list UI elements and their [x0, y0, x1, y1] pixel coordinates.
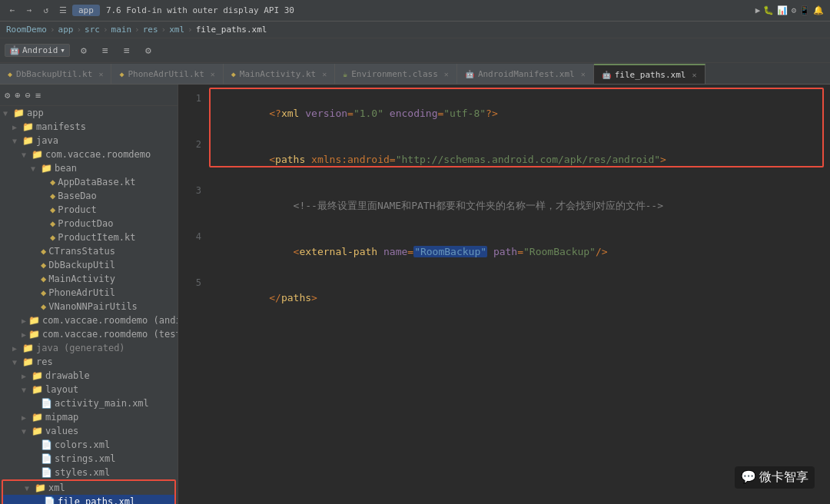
sidebar-item-colors[interactable]: 📄 colors.xml — [0, 438, 178, 452]
title-bar-right: ▶ 🐛 📊 ⚙ 📱 🔔 — [755, 5, 824, 15]
android-icon: 🤖 — [9, 45, 20, 55]
sidebar-label-strings: strings.xml — [55, 453, 115, 464]
device-icon[interactable]: 📱 — [799, 5, 810, 15]
sidebar-expand-icon[interactable]: ⊕ — [15, 90, 20, 101]
sidebar-item-product[interactable]: ◆ Product — [0, 203, 178, 217]
kt-ctrans-icon: ◆ — [41, 246, 46, 257]
sidebar-item-productdao[interactable]: ◆ ProductDao — [0, 217, 178, 230]
breadcrumb-src[interactable]: src — [85, 25, 100, 35]
sidebar-label-styles: styles.xml — [55, 467, 110, 478]
app-label[interactable]: app — [72, 5, 100, 16]
line-content-2: <paths xmlns:android="http://schemas.and… — [209, 137, 830, 183]
sidebar-item-java[interactable]: ▼ 📁 java — [0, 134, 178, 148]
settings-icon2[interactable]: ⚙ — [76, 43, 91, 58]
sidebar-item-productitem[interactable]: ◆ ProductItem.kt — [0, 230, 178, 244]
kt-appdatabase-icon: ◆ — [50, 177, 55, 187]
config-icon[interactable]: ⚙ — [141, 43, 156, 58]
tab-mainactivity-close[interactable]: ✕ — [322, 70, 327, 78]
android-dropdown[interactable]: 🤖 Android ▾ — [5, 44, 70, 57]
tab-dbbackup[interactable]: ◆ DbBackupUtil.kt ✕ — [0, 64, 111, 84]
debug-icon[interactable]: 🐛 — [763, 5, 774, 15]
sidebar-settings-icon[interactable]: ⚙ — [5, 90, 10, 101]
code-line-3: 3 <!--最终设置里面NAME和PATH都要和文件夹的名称一样，才会找到对应的… — [178, 183, 830, 229]
sidebar-collapse-icon[interactable]: ⊖ — [25, 90, 30, 101]
sidebar-label-dbbackup: DbBackupUtil — [48, 260, 115, 270]
sidebar-item-layout[interactable]: ▼ 📁 layout — [0, 383, 178, 396]
breadcrumb-file[interactable]: file_paths.xml — [196, 25, 267, 35]
list2-icon[interactable]: ≡ — [119, 43, 134, 58]
sidebar-item-java-gen[interactable]: ▶ 📁 java (generated) — [0, 341, 178, 355]
sidebar-item-filepaths[interactable]: 📄 file_paths.xml — [3, 495, 174, 504]
manifest-icon: 🤖 — [465, 70, 474, 78]
kt-main2-icon: ◆ — [41, 274, 46, 284]
sidebar-label-mipmap: mipmap — [45, 412, 78, 423]
breadcrumb-roomdemo[interactable]: RoomDemo — [6, 25, 47, 35]
sidebar-item-activity-main[interactable]: 📄 activity_main.xml — [0, 396, 178, 410]
sidebar-item-manifests[interactable]: ▶ 📁 manifests — [0, 120, 178, 134]
arrow-com-test: ▶ — [22, 330, 26, 339]
list-icon[interactable]: ≡ — [98, 43, 113, 58]
breadcrumb-app[interactable]: app — [58, 25, 74, 35]
forward-icon[interactable]: → — [23, 5, 35, 17]
sidebar-item-com-vaccae-andi[interactable]: ▶ 📁 com.vaccae.roomdemo (andi... — [0, 313, 178, 327]
folder-com-andi-icon: 📁 — [28, 315, 40, 326]
sidebar-label-app: app — [27, 108, 44, 118]
folder-values-icon: 📁 — [32, 426, 43, 436]
tab-filepaths[interactable]: 🤖 file_paths.xml ✕ — [594, 64, 706, 84]
menu-icon[interactable]: ☰ — [57, 5, 69, 17]
line-content-5: </paths> — [209, 275, 830, 321]
folder-com-test-icon: 📁 — [28, 329, 40, 340]
folder-res-icon: 📁 — [22, 356, 34, 367]
editor[interactable]: 1 <?xml version="1.0" encoding="utf-8"?>… — [178, 85, 830, 504]
tab-environment-close[interactable]: ✕ — [444, 70, 449, 78]
sidebar-item-vnano[interactable]: ◆ VNanoNNPairUtils — [0, 300, 178, 313]
sidebar-item-mainactivity2[interactable]: ◆ MainActivity — [0, 272, 178, 286]
tab-phoneadr[interactable]: ◆ PhoneAdrUtil.kt ✕ — [111, 64, 223, 84]
sidebar-item-com-vaccae-test[interactable]: ▶ 📁 com.vaccae.roomdemo (test... — [0, 327, 178, 341]
code-line-1: 1 <?xml version="1.0" encoding="utf-8"?> — [178, 91, 830, 137]
sidebar-item-ctrans[interactable]: ◆ CTransStatus — [0, 244, 178, 258]
settings-icon[interactable]: ⚙ — [791, 5, 796, 15]
sidebar-item-com-vaccae[interactable]: ▼ 📁 com.vaccae.roomdemo — [0, 148, 178, 161]
tab-phoneadr-close[interactable]: ✕ — [211, 70, 215, 78]
sidebar-item-bean[interactable]: ▼ 📁 bean — [0, 161, 178, 175]
sidebar-item-values[interactable]: ▼ 📁 values — [0, 424, 178, 438]
tab-environment[interactable]: ☕ Environment.class ✕ — [335, 64, 457, 84]
line-num-1: 1 — [178, 91, 209, 137]
refresh-icon[interactable]: ↺ — [40, 5, 52, 17]
run-icon[interactable]: ▶ — [755, 5, 761, 15]
sidebar-item-xml-folder[interactable]: ▼ 📁 xml — [3, 481, 174, 495]
sidebar-item-styles[interactable]: 📄 styles.xml — [0, 466, 178, 479]
line-content-3: <!--最终设置里面NAME和PATH都要和文件夹的名称一样，才会找到对应的文件… — [209, 183, 830, 229]
arrow-drawable: ▶ — [22, 372, 29, 380]
sidebar-item-dbbackup[interactable]: ◆ DbBackupUtil — [0, 258, 178, 272]
sidebar-item-strings[interactable]: 📄 strings.xml — [0, 452, 178, 466]
sidebar-item-appdatabase[interactable]: ◆ AppDataBase.kt — [0, 175, 178, 189]
back-icon[interactable]: ← — [6, 5, 18, 17]
sidebar-item-phoneadrutil[interactable]: ◆ PhoneAdrUtil — [0, 286, 178, 300]
breadcrumb-main[interactable]: main — [111, 25, 132, 35]
sidebar-label-com-andi: com.vaccae.roomdemo (andi... — [42, 315, 178, 326]
xml-tab-icon: 🤖 — [602, 71, 611, 79]
sidebar-item-app[interactable]: ▼ 📁 app — [0, 106, 178, 120]
sidebar-item-drawable[interactable]: ▶ 📁 drawable — [0, 369, 178, 383]
tab-filepaths-close[interactable]: ✕ — [692, 71, 696, 79]
breadcrumb-xml[interactable]: xml — [169, 25, 184, 35]
kt-phone-icon: ◆ — [41, 287, 46, 298]
sep2: › — [76, 25, 81, 35]
sidebar-item-mipmap[interactable]: ▶ 📁 mipmap — [0, 410, 178, 424]
tab-bar: ◆ DbBackupUtil.kt ✕ ◆ PhoneAdrUtil.kt ✕ … — [0, 63, 830, 85]
tab-dbbackup-close[interactable]: ✕ — [98, 70, 103, 78]
xml-filepaths-icon: 📄 — [44, 496, 55, 504]
notification-icon[interactable]: 🔔 — [813, 5, 824, 15]
sidebar-item-basedao[interactable]: ◆ BaseDao — [0, 189, 178, 203]
sidebar-item-res[interactable]: ▼ 📁 res — [0, 355, 178, 369]
arrow-com-vaccae: ▼ — [22, 151, 29, 159]
profile-icon[interactable]: 📊 — [777, 5, 788, 15]
line-num-2: 2 — [178, 137, 209, 183]
breadcrumb-res[interactable]: res — [143, 25, 158, 35]
sidebar-menu-icon[interactable]: ≡ — [35, 90, 41, 101]
tab-mainactivity[interactable]: ◆ MainActivity.kt ✕ — [224, 64, 335, 84]
tab-androidmanifest[interactable]: 🤖 AndroidManifest.xml ✕ — [457, 64, 594, 84]
tab-manifest-close[interactable]: ✕ — [581, 70, 586, 78]
